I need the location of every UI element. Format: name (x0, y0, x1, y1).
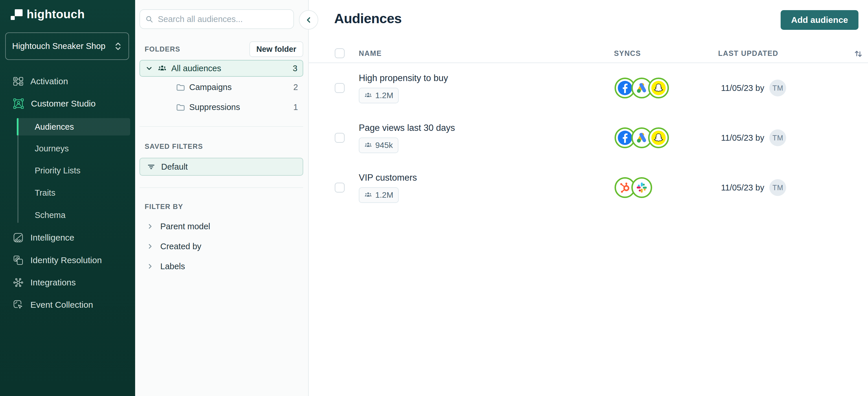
sidebar-item-journeys[interactable]: Journeys (35, 138, 69, 159)
sidebar-item-label: Priority Lists (35, 166, 81, 176)
audience-size-badge: 1.2M (359, 187, 399, 203)
filter-label: Parent model (160, 222, 210, 231)
last-updated-text: 11/05/23 by (721, 183, 764, 192)
audience-size: 1.2M (375, 91, 393, 100)
sidebar-item-label: Customer Studio (31, 99, 95, 109)
chevron-right-icon (146, 243, 154, 250)
filter-created-by[interactable]: Created by (140, 238, 303, 254)
audience-name[interactable]: Page views last 30 days (359, 123, 455, 133)
slack-sync[interactable] (631, 177, 652, 198)
sort-icon[interactable] (853, 48, 863, 59)
audience-size: 945k (375, 141, 393, 150)
audience-name[interactable]: VIP customers (359, 173, 417, 183)
slack-icon (636, 181, 648, 194)
hubspot-icon (618, 181, 631, 194)
column-header-syncs[interactable]: SYNCS (614, 43, 641, 63)
facebook-icon (617, 130, 633, 146)
folders-section-label: FOLDERS (145, 45, 180, 53)
folder-count: 2 (293, 83, 298, 92)
row-checkbox[interactable] (335, 133, 345, 143)
collapse-panel-button[interactable] (299, 10, 318, 30)
workflow-icon (13, 76, 24, 87)
active-item-indicator (17, 118, 19, 135)
page-title: Audiences (334, 10, 402, 26)
sidebar-item-priority-lists[interactable]: Priority Lists (35, 160, 81, 181)
avatar[interactable]: TM (769, 179, 786, 196)
brand-name: hightouch (27, 7, 85, 21)
facebook-icon (617, 80, 633, 96)
table-row[interactable]: VIP customers 1.2M (309, 163, 868, 212)
audience-search[interactable] (140, 9, 294, 29)
folder-suppressions[interactable]: Suppressions 1 (140, 99, 303, 116)
folder-name: Suppressions (189, 102, 289, 112)
folders-panel: FOLDERS New folder All audiences 3 Campa… (135, 0, 309, 396)
sidebar-item-label: Journeys (35, 144, 69, 153)
sidebar-item-label: Schema (35, 210, 65, 220)
sidebar-item-label: Audiences (35, 122, 74, 132)
row-checkbox[interactable] (335, 183, 345, 192)
sidebar-item-traits[interactable]: Traits (35, 182, 55, 204)
filter-parent-model[interactable]: Parent model (140, 218, 303, 235)
filter-icon (147, 163, 155, 171)
snapchat-sync[interactable] (648, 127, 669, 148)
audience-size-badge: 945k (359, 138, 398, 153)
workspace-name: Hightouch Sneaker Shop (12, 41, 105, 51)
table-row[interactable]: Page views last 30 days 945k (309, 113, 868, 163)
sidebar-item-audiences[interactable]: Audiences (17, 118, 130, 135)
folder-campaigns[interactable]: Campaigns 2 (140, 79, 303, 95)
table-row[interactable]: High propensity to buy 1.2M (309, 63, 868, 113)
updown-chevron-icon (114, 41, 122, 51)
folder-all-audiences[interactable]: All audiences 3 (140, 60, 303, 77)
filter-label: Created by (160, 242, 202, 251)
search-icon (145, 15, 153, 24)
chevron-right-icon (146, 263, 154, 270)
divider (140, 126, 303, 127)
sidebar-item-label: Activation (30, 77, 68, 86)
column-header-last-updated[interactable]: LAST UPDATED (718, 43, 778, 63)
saved-filters-section-label: SAVED FILTERS (145, 143, 203, 151)
sidebar-item-label: Identity Resolution (30, 255, 102, 265)
sidebar-item-event-collection[interactable]: Event Collection (0, 294, 135, 315)
workspace-selector[interactable]: Hightouch Sneaker Shop (5, 32, 129, 60)
row-checkbox[interactable] (335, 83, 345, 93)
audience-people-icon (364, 191, 372, 199)
filter-by-section-label: FILTER BY (145, 203, 183, 211)
customer-studio-icon (13, 98, 24, 110)
sidebar-item-integrations[interactable]: Integrations (0, 272, 135, 293)
sidebar-item-label: Traits (35, 188, 55, 198)
select-all-checkbox[interactable] (335, 48, 345, 58)
filter-labels[interactable]: Labels (140, 258, 303, 274)
sidebar-item-identity-resolution[interactable]: Identity Resolution (0, 249, 135, 271)
sidebar-item-schema[interactable]: Schema (35, 204, 65, 226)
syncs-cell (615, 163, 652, 212)
saved-filter-name: Default (161, 162, 188, 172)
audience-name[interactable]: High propensity to buy (359, 73, 448, 83)
saved-filter-default[interactable]: Default (140, 158, 303, 176)
snapchat-icon (651, 80, 666, 96)
last-updated-cell: 11/05/23 by TM (721, 163, 786, 212)
google-ads-icon (635, 131, 649, 145)
audience-people-icon (364, 91, 372, 99)
chevron-down-icon (145, 65, 153, 72)
sidebar-item-label: Intelligence (30, 233, 74, 243)
main-content: Audiences Add audience NAME SYNCS LAST U… (309, 0, 868, 396)
search-input[interactable] (157, 14, 288, 24)
new-folder-button[interactable]: New folder (249, 41, 303, 57)
sidebar-item-intelligence[interactable]: Intelligence (0, 227, 135, 248)
last-updated-text: 11/05/23 by (721, 133, 764, 143)
intelligence-icon (13, 232, 24, 243)
audience-people-icon (158, 64, 167, 73)
hightouch-logo[interactable]: hightouch (10, 7, 85, 21)
avatar[interactable]: TM (769, 80, 786, 96)
avatar[interactable]: TM (769, 129, 786, 146)
add-audience-button[interactable]: Add audience (781, 10, 859, 30)
sidebar-item-customer-studio[interactable]: Customer Studio (0, 93, 135, 114)
last-updated-cell: 11/05/23 by TM (721, 113, 786, 163)
snapchat-sync[interactable] (648, 78, 669, 98)
sidebar-item-activation[interactable]: Activation (0, 71, 135, 92)
integrations-icon (13, 277, 24, 288)
event-collection-icon (13, 299, 24, 310)
folder-name: All audiences (171, 64, 288, 73)
google-ads-icon (635, 81, 649, 95)
column-header-name[interactable]: NAME (359, 43, 382, 63)
